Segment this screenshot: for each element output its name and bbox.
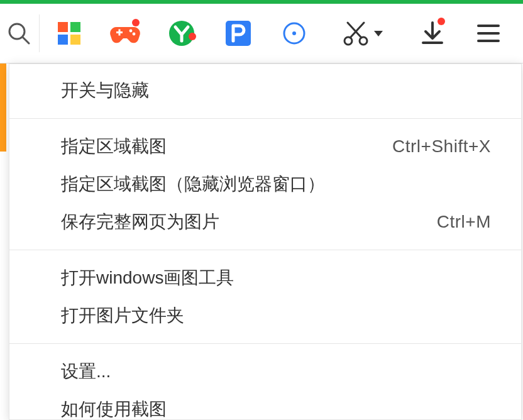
menu-group: 设置... 如何使用截图 — [9, 346, 521, 420]
badge-dot-icon — [189, 33, 196, 40]
search-button[interactable] — [0, 4, 38, 64]
menu-item-save-page-image[interactable]: 保存完整网页为图片 Ctrl+M — [9, 203, 521, 241]
menu-item-settings[interactable]: 设置... — [9, 353, 521, 390]
chevron-down-icon[interactable] — [373, 28, 384, 39]
svg-rect-5 — [70, 35, 80, 45]
svg-line-16 — [350, 23, 364, 38]
menu-group: 开关与隐藏 — [9, 65, 521, 116]
svg-rect-4 — [58, 35, 68, 45]
app-root: 开关与隐藏 指定区域截图 Ctrl+Shift+X 指定区域截图（隐藏浏览器窗口… — [0, 0, 523, 420]
download-button[interactable] — [404, 4, 461, 64]
menu-group: 指定区域截图 Ctrl+Shift+X 指定区域截图（隐藏浏览器窗口） 保存完整… — [9, 121, 521, 247]
hamburger-icon — [476, 21, 501, 46]
svg-line-1 — [23, 37, 29, 43]
svg-point-9 — [133, 33, 136, 36]
svg-point-13 — [292, 31, 296, 35]
main-menu-button[interactable] — [460, 4, 517, 64]
screenshot-button[interactable] — [322, 4, 404, 64]
apps-button[interactable] — [41, 4, 97, 64]
menu-divider — [9, 343, 521, 344]
left-accent-strip — [0, 64, 6, 152]
menu-divider — [9, 250, 521, 250]
menu-item-shortcut: Ctrl+M — [437, 212, 491, 232]
menu-divider — [9, 118, 521, 119]
p-tile-icon — [224, 19, 252, 47]
screenshot-dropdown-menu: 开关与隐藏 指定区域截图 Ctrl+Shift+X 指定区域截图（隐藏浏览器窗口… — [9, 64, 522, 420]
svg-rect-3 — [70, 22, 80, 32]
p-button[interactable] — [210, 4, 267, 64]
svg-rect-2 — [58, 22, 68, 32]
toolbar-separator — [39, 14, 40, 52]
menu-item-label: 如何使用截图 — [61, 397, 167, 420]
menu-item-label: 开关与隐藏 — [61, 79, 149, 102]
svg-marker-18 — [374, 31, 383, 36]
badge-dot-icon — [132, 19, 140, 26]
y-button[interactable] — [153, 4, 210, 64]
compass-button[interactable] — [266, 4, 322, 64]
scissors-icon — [343, 20, 369, 47]
menu-item-label: 保存完整网页为图片 — [61, 210, 219, 234]
svg-rect-7 — [119, 30, 121, 36]
menu-item-shortcut: Ctrl+Shift+X — [392, 136, 491, 157]
menu-item-label: 设置... — [61, 360, 111, 384]
compass-icon — [282, 21, 307, 46]
apps-grid-icon — [57, 21, 82, 46]
search-icon — [6, 21, 31, 46]
menu-item-label: 指定区域截图 — [61, 135, 167, 158]
menu-item-label: 打开图片文件夹 — [61, 304, 184, 328]
menu-item-label: 打开windows画图工具 — [61, 266, 234, 290]
menu-item-open-image-folder[interactable]: 打开图片文件夹 — [9, 297, 521, 334]
toolbar — [0, 4, 523, 64]
menu-item-area-screenshot-hidden[interactable]: 指定区域截图（隐藏浏览器窗口） — [9, 165, 521, 203]
menu-item-open-mspaint[interactable]: 打开windows画图工具 — [9, 259, 521, 297]
svg-line-17 — [348, 23, 361, 38]
menu-item-how-to-use[interactable]: 如何使用截图 — [9, 390, 521, 420]
menu-group: 打开windows画图工具 打开图片文件夹 — [9, 253, 521, 341]
menu-item-area-screenshot[interactable]: 指定区域截图 Ctrl+Shift+X — [9, 128, 521, 165]
badge-dot-icon — [438, 18, 445, 25]
menu-item-label: 指定区域截图（隐藏浏览器窗口） — [61, 172, 325, 196]
game-button[interactable] — [97, 4, 153, 64]
menu-item-toggle-hide[interactable]: 开关与隐藏 — [9, 72, 521, 109]
svg-point-8 — [129, 30, 133, 33]
